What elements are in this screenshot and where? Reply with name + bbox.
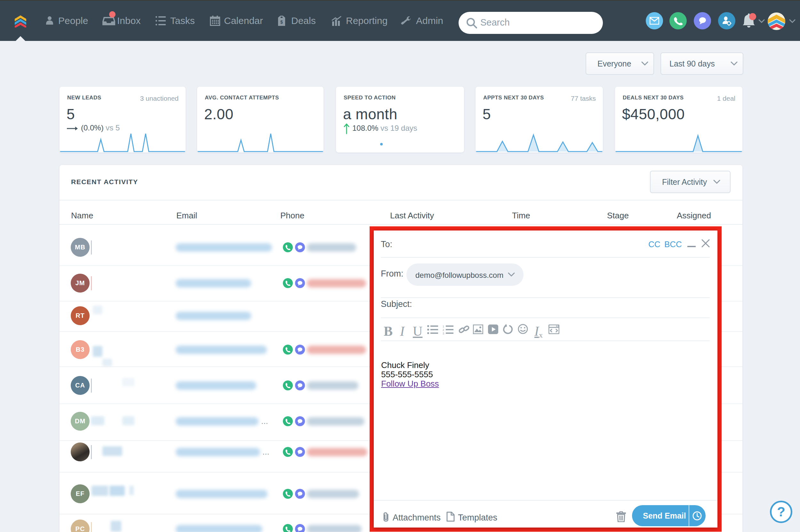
svg-text:1: 1 xyxy=(442,325,444,328)
svg-text:2: 2 xyxy=(442,328,444,331)
svg-text:3: 3 xyxy=(442,332,444,335)
svg-text:$: $ xyxy=(280,19,283,25)
